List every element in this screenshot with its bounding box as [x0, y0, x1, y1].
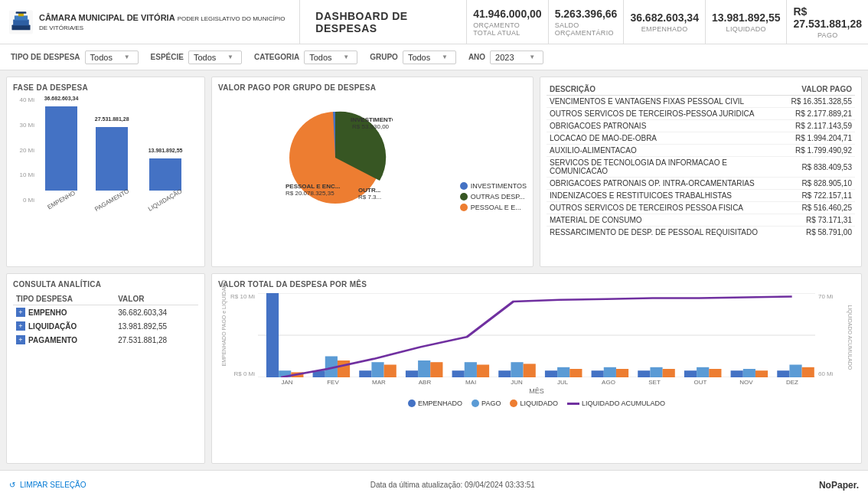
- fase-bar-item-0[interactable]: 36.682.603,34 EMPENHO: [45, 106, 77, 204]
- y-axis-label: 40 Mi: [13, 96, 34, 103]
- month-label-4: MAI: [448, 379, 494, 386]
- consulta-row[interactable]: + EMPENHO 36.682.603,34: [13, 305, 198, 320]
- filter-label-0: TIPO DE DESPESA: [11, 53, 80, 61]
- table-row[interactable]: LOCACAO DE MAO-DE-OBRA R$ 1.994.204,71: [547, 132, 855, 145]
- valor-cell-10: R$ 58.791,00: [788, 227, 855, 238]
- legend-dot-0: [460, 182, 468, 190]
- fase-bar-value-1: 27.531.881,28: [95, 116, 129, 122]
- svg-rect-49: [777, 370, 789, 377]
- filter-value-3: Todos: [408, 53, 430, 62]
- table-row[interactable]: OBRIGACOES PATRONAIS OP. INTRA-ORCAMENTA…: [547, 178, 855, 190]
- filter-bar: TIPO DE DESPESA Todos ▼ ESPÉCIE Todos ▼ …: [0, 44, 868, 70]
- table-row[interactable]: OBRIGACOES PATRONAIS R$ 2.117.143,59: [547, 120, 855, 132]
- filter-select-4[interactable]: 2023 ▼: [490, 51, 543, 64]
- table-row[interactable]: INDENIZACOES E RESTITUICOES TRABALHISTAS…: [547, 190, 855, 202]
- bars-area: 36.682.603,34 EMPENHO 27.531.881,28 PAGA…: [45, 106, 191, 204]
- svg-rect-2: [13, 19, 29, 25]
- filter-select-1[interactable]: Todos ▼: [188, 51, 242, 64]
- consulta-tipo-1: + LIQUIDAÇÃO: [13, 319, 115, 333]
- svg-rect-36: [569, 369, 582, 377]
- table-row[interactable]: MATERIAL DE CONSUMO R$ 73.171,31: [547, 214, 855, 227]
- svg-text:OUTR...: OUTR...: [358, 187, 380, 194]
- filter-select-3[interactable]: Todos ▼: [403, 51, 456, 64]
- kpi-item-2[interactable]: 36.682.603,34EMPENHADO: [624, 0, 706, 44]
- row2: CONSULTA ANALÍTICA TIPO DESPESA VALOR + …: [6, 273, 862, 464]
- chevron-down-icon-0: ▼: [124, 54, 130, 60]
- x-axis-label: MÊS: [218, 387, 855, 395]
- filter-label-4: ANO: [468, 53, 485, 61]
- fase-bar-chart: 40 Mi30 Mi20 Mi10 Mi0 Mi 36.682.603,34 E…: [13, 96, 198, 204]
- table-row[interactable]: OUTROS SERVICOS DE TERCEIROS-PESSOA JURI…: [547, 108, 855, 120]
- logo-area: CÂMARA MUNICIPAL DE VITÓRIA PODER LEGISL…: [0, 0, 300, 44]
- consulta-tipo-label-1: LIQUIDAÇÃO: [28, 322, 77, 331]
- svg-text:R$ 53.930,00: R$ 53.930,00: [352, 123, 390, 130]
- filter-label-2: CATEGORIA: [254, 53, 299, 61]
- svg-rect-46: [731, 370, 743, 377]
- filter-select-2[interactable]: Todos ▼: [304, 51, 357, 64]
- consulta-col-valor: VALOR: [115, 293, 198, 305]
- fase-bar-label-0: EMPENHO: [46, 189, 77, 210]
- legend-dot-mes-0: [408, 400, 416, 407]
- kpi-item-0[interactable]: 41.946.000,00ORÇAMENTO TOTAL ATUAL: [467, 0, 549, 44]
- valor-cell-9: R$ 73.171,31: [788, 214, 855, 227]
- consulta-row[interactable]: + PAGAMENTO 27.531.881,28: [13, 333, 198, 347]
- limpar-selecao-btn[interactable]: ↺ LIMPAR SELEÇÃO: [9, 481, 86, 489]
- svg-rect-45: [709, 369, 721, 377]
- consulta-tipo-label-2: PAGAMENTO: [28, 336, 77, 344]
- table-row[interactable]: OUTROS SERVICOS DE TERCEIROS PESSOA FISI…: [547, 202, 855, 214]
- svg-rect-31: [498, 370, 511, 377]
- chevron-down-icon-3: ▼: [442, 54, 448, 60]
- brand: NoPaper.: [819, 480, 859, 491]
- title-area: DASHBOARD DE DESPESAS: [300, 0, 467, 44]
- mes-legend-item-2: LIQUIDADO: [510, 400, 558, 407]
- y-left-axis: R$ 10 MiR$ 0 Mi: [229, 293, 258, 377]
- chevron-down-icon-4: ▼: [529, 54, 535, 60]
- svg-rect-38: [604, 367, 616, 377]
- mes-y-right-label: 70 Mi: [818, 293, 844, 300]
- kpi-item-4[interactable]: R$ 27.531.881,28PAGO: [787, 0, 868, 44]
- kpi-item-3[interactable]: 13.981.892,55LIQUIDADO: [706, 0, 788, 44]
- legend-dot-1: [460, 193, 468, 201]
- chevron-down-icon-1: ▼: [227, 54, 233, 60]
- filter-select-0[interactable]: Todos ▼: [85, 51, 139, 64]
- fase-bar-2: 13.981.892,55: [149, 158, 181, 191]
- table-row[interactable]: VENCIMENTOS E VANTAGENS FIXAS PESSOAL CI…: [547, 96, 855, 108]
- fase-bar-item-2[interactable]: 13.981.892,55 LIQUIDAÇÃO: [146, 158, 184, 204]
- desc-scroll[interactable]: VENCIMENTOS E VANTAGENS FIXAS PESSOAL CI…: [547, 96, 855, 237]
- svg-rect-33: [524, 364, 536, 377]
- svg-rect-27: [430, 362, 442, 377]
- month-label-3: ABR: [402, 379, 448, 386]
- fase-bar-1: 27.531.881,28: [96, 127, 128, 191]
- fase-bar-item-1[interactable]: 27.531.881,28 PAGAMENTO: [93, 127, 131, 204]
- table-row[interactable]: RESSARCIMENTO DE DESP. DE PESSOAL REQUIS…: [547, 227, 855, 238]
- mes-y-left-label: R$ 0 Mi: [229, 370, 255, 377]
- month-label-11: DEZ: [769, 379, 815, 386]
- valor-cell-7: R$ 722.157,11: [788, 190, 855, 202]
- svg-rect-26: [418, 360, 430, 377]
- desc-cell-2: OBRIGACOES PATRONAIS: [547, 120, 788, 132]
- consulta-row[interactable]: + LIQUIDAÇÃO 13.981.892,55: [13, 319, 198, 333]
- valor-cell-8: R$ 516.460,25: [788, 202, 855, 214]
- month-label-0: JAN: [264, 379, 310, 386]
- month-label-2: MAR: [356, 379, 402, 386]
- filter-label-1: ESPÉCIE: [151, 53, 184, 61]
- y-right-axis: 70 Mi60 Mi: [815, 293, 844, 377]
- kpi-value-3: 13.981.892,55: [712, 11, 781, 24]
- svg-rect-28: [452, 370, 465, 377]
- consulta-tipo-0: + EMPENHO: [13, 305, 115, 320]
- svg-rect-23: [371, 362, 383, 377]
- expand-icon-0[interactable]: +: [16, 308, 25, 317]
- kpi-item-1[interactable]: 5.263.396,66SALDO ORÇAMENTÁRIO: [549, 0, 625, 44]
- y-axis-label: 30 Mi: [13, 122, 34, 129]
- fase-bar-0: 36.682.603,34: [45, 106, 77, 191]
- table-row[interactable]: SERVICOS DE TECNOLOGIA DA INFORMACAO E C…: [547, 157, 855, 178]
- filter-group-4: ANO 2023 ▼: [468, 51, 543, 64]
- table-row[interactable]: AUXILIO-ALIMENTACAO R$ 1.799.490,92: [547, 145, 855, 157]
- month-label-7: AGO: [586, 379, 631, 386]
- desc-cell-1: OUTROS SERVICOS DE TERCEIROS-PESSOA JURI…: [547, 108, 788, 120]
- pie-legend: INVESTIMENTOS OUTRAS DESP... PESSOAL E E…: [460, 96, 527, 219]
- expand-icon-2[interactable]: +: [16, 335, 25, 344]
- consulta-col-tipo: TIPO DESPESA: [13, 293, 115, 305]
- expand-icon-1[interactable]: +: [16, 321, 25, 331]
- desc-card: DESCRIÇÃO VALOR PAGO VENCIMENTOS E VANTA…: [540, 77, 862, 267]
